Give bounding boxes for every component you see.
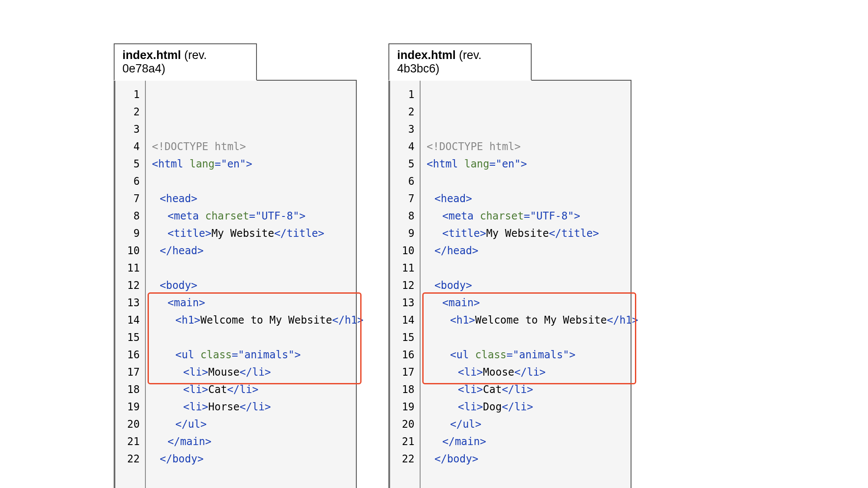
line-number: 18 — [120, 381, 140, 398]
code-line — [427, 173, 638, 190]
line-number: 12 — [120, 277, 140, 294]
code-line: </head> — [152, 242, 363, 259]
line-number: 8 — [120, 207, 140, 225]
code-line: <title>My Website</title> — [427, 225, 638, 242]
file-name: index.html — [397, 49, 456, 62]
line-number: 2 — [395, 103, 414, 121]
line-number: 14 — [395, 311, 414, 329]
line-number: 6 — [120, 173, 140, 190]
code-line: </ul> — [152, 416, 363, 433]
line-number: 9 — [120, 225, 140, 242]
file-tab-right: index.html (rev. 4b3bc6) — [388, 43, 532, 81]
editor-left: 12345678910111213141516171819202122 <!DO… — [114, 80, 357, 488]
code-line: </main> — [152, 433, 363, 450]
line-number: 16 — [395, 346, 414, 364]
code-line: <meta charset="UTF-8"> — [427, 207, 638, 225]
line-number: 4 — [120, 138, 140, 155]
code-line — [152, 259, 363, 277]
line-number: 11 — [395, 259, 414, 277]
line-number: 9 — [395, 225, 414, 242]
code-line: </html> — [427, 485, 638, 488]
code-line: <!DOCTYPE html> — [152, 138, 363, 155]
line-number: 1 — [120, 86, 140, 103]
line-number: 13 — [395, 294, 414, 311]
code-line: <li>Moose</li> — [427, 364, 638, 381]
code-line: <li>Dog</li> — [427, 398, 638, 416]
line-number-gutter: 12345678910111213141516171819202122 — [115, 81, 146, 488]
line-number: 8 — [395, 207, 414, 225]
code-line: <h1>Welcome to My Website</h1> — [427, 311, 638, 329]
code-line — [152, 173, 363, 190]
code-line: <head> — [427, 190, 638, 207]
code-line: <h1>Welcome to My Website</h1> — [152, 311, 363, 329]
code-area: <!DOCTYPE html><html lang="en"><head><me… — [421, 81, 642, 488]
line-number: 19 — [120, 398, 140, 416]
line-number: 20 — [395, 416, 414, 433]
code-line: <html lang="en"> — [152, 155, 363, 173]
line-number: 3 — [395, 121, 414, 138]
code-panel-left: index.html (rev. 0e78a4) 123456789101112… — [114, 43, 357, 488]
code-line: <head> — [152, 190, 363, 207]
code-line: </body> — [427, 450, 638, 468]
line-number: 15 — [120, 329, 140, 346]
file-name: index.html — [122, 49, 181, 62]
line-number: 1 — [395, 86, 414, 103]
line-number: 7 — [395, 190, 414, 207]
line-number: 10 — [120, 242, 140, 259]
code-line — [152, 329, 363, 346]
line-number: 13 — [120, 294, 140, 311]
line-number: 17 — [395, 364, 414, 381]
code-line: </ul> — [427, 416, 638, 433]
editor-right: 12345678910111213141516171819202122 <!DO… — [388, 80, 631, 488]
code-line: <li>Mouse</li> — [152, 364, 363, 381]
line-number: 18 — [395, 381, 414, 398]
code-line: <body> — [427, 277, 638, 294]
line-number: 5 — [120, 155, 140, 173]
line-number: 20 — [120, 416, 140, 433]
code-line: </main> — [427, 433, 638, 450]
code-line: <meta charset="UTF-8"> — [152, 207, 363, 225]
code-line — [152, 468, 363, 485]
code-line: <!DOCTYPE html> — [427, 138, 638, 155]
code-line: </body> — [152, 450, 363, 468]
line-number: 16 — [120, 346, 140, 364]
code-line: <li>Horse</li> — [152, 398, 363, 416]
code-line: <title>My Website</title> — [152, 225, 363, 242]
line-number-gutter: 12345678910111213141516171819202122 — [390, 81, 421, 488]
line-number: 21 — [395, 433, 414, 450]
code-line: <li>Cat</li> — [427, 381, 638, 398]
line-number: 10 — [395, 242, 414, 259]
code-line: <main> — [152, 294, 363, 311]
code-area: <!DOCTYPE html><html lang="en"><head><me… — [146, 81, 368, 488]
line-number: 4 — [395, 138, 414, 155]
line-number: 12 — [395, 277, 414, 294]
line-number: 19 — [395, 398, 414, 416]
line-number: 14 — [120, 311, 140, 329]
code-line: </head> — [427, 242, 638, 259]
code-line: <html lang="en"> — [427, 155, 638, 173]
line-number: 17 — [120, 364, 140, 381]
file-tab-left: index.html (rev. 0e78a4) — [114, 43, 257, 81]
line-number: 11 — [120, 259, 140, 277]
line-number: 2 — [120, 103, 140, 121]
code-line: <li>Cat</li> — [152, 381, 363, 398]
code-panel-right: index.html (rev. 4b3bc6) 123456789101112… — [388, 43, 631, 488]
code-line — [427, 329, 638, 346]
code-line: <ul class="animals"> — [152, 346, 363, 364]
line-number: 15 — [395, 329, 414, 346]
code-line: <main> — [427, 294, 638, 311]
line-number: 5 — [395, 155, 414, 173]
line-number: 22 — [395, 450, 414, 468]
line-number: 6 — [395, 173, 414, 190]
code-line — [427, 468, 638, 485]
code-line — [427, 259, 638, 277]
code-line: <body> — [152, 277, 363, 294]
line-number: 7 — [120, 190, 140, 207]
code-line: <ul class="animals"> — [427, 346, 638, 364]
diagram-stage: index.html (rev. 0e78a4) 123456789101112… — [0, 0, 868, 488]
line-number: 3 — [120, 121, 140, 138]
line-number: 22 — [120, 450, 140, 468]
code-line: </html> — [152, 485, 363, 488]
line-number: 21 — [120, 433, 140, 450]
